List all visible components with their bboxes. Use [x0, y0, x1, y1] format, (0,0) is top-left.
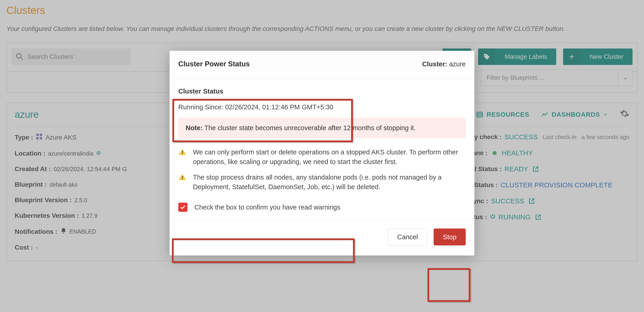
cluster-status-title: Cluster Status — [178, 88, 466, 95]
confirm-row: Check the box to confirm you have read w… — [178, 198, 466, 216]
note-label: Note: — [186, 124, 202, 132]
note-box: Note: The cluster state becomes unrecove… — [178, 118, 466, 138]
modal-overlay: Cluster Power Status Cluster: azure Clus… — [0, 0, 644, 312]
modal-cluster-name: azure — [449, 60, 466, 68]
svg-rect-13 — [182, 154, 183, 155]
modal-title: Cluster Power Status — [178, 60, 250, 68]
note-text: The cluster state becomes unrecoverable … — [204, 124, 416, 132]
svg-rect-15 — [182, 179, 183, 179]
confirm-text: Check the box to confirm you have read w… — [194, 204, 340, 211]
warning-1: We can only perform start or delete oper… — [178, 147, 466, 166]
running-since: Running Since: 02/26/2024, 01:12:46 PM G… — [178, 103, 466, 111]
warning-2: The stop process drains all nodes, any s… — [178, 172, 466, 192]
highlight-annotation — [428, 268, 470, 302]
warning-2-text: The stop process drains all nodes, any s… — [193, 172, 466, 192]
modal-cluster-label: Cluster: — [422, 60, 447, 68]
modal-cluster: Cluster: azure — [422, 60, 466, 68]
warning-1-text: We can only perform start or delete oper… — [193, 147, 466, 166]
warning-icon — [178, 148, 186, 166]
confirm-checkbox[interactable] — [178, 203, 188, 212]
svg-rect-14 — [182, 176, 183, 178]
svg-rect-12 — [182, 151, 183, 153]
cancel-button[interactable]: Cancel — [388, 229, 427, 245]
warning-icon — [178, 173, 186, 192]
stop-button[interactable]: Stop — [434, 229, 466, 245]
power-status-modal: Cluster Power Status Cluster: azure Clus… — [170, 51, 474, 256]
